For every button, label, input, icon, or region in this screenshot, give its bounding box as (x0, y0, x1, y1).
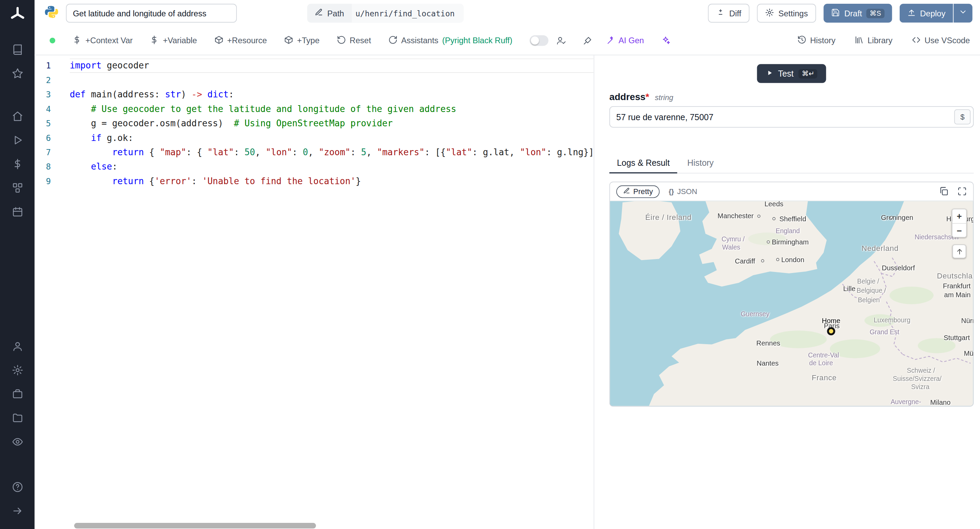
tab-logs-result[interactable]: Logs & Result (609, 154, 677, 173)
map-label: de Loire (809, 359, 833, 366)
city-dot (772, 217, 775, 220)
map-label: Belgie / (857, 277, 879, 285)
code-line[interactable]: import geocoder (70, 59, 594, 73)
assistants-button[interactable]: Assistants (Pyright Black Ruff) (388, 35, 512, 46)
zoom-in-button[interactable]: + (953, 209, 966, 223)
map-label: France (811, 373, 837, 382)
map-label: Sheffield (780, 215, 807, 222)
map-label: Leeds (765, 201, 783, 207)
add-context-var-button[interactable]: +Context Var (72, 35, 133, 46)
expand-result-icon[interactable] (958, 186, 967, 196)
copy-result-icon[interactable] (939, 186, 949, 196)
use-vscode-button[interactable]: Use VScode (911, 35, 970, 46)
code-line[interactable]: return { "map": { "lat": 50, "lon": 0, "… (70, 145, 594, 159)
play-icon (765, 69, 773, 78)
test-button[interactable]: Test ⌘↵ (757, 64, 827, 83)
result-tabs: Logs & Result History (609, 154, 974, 173)
pretty-toggle[interactable]: Pretty (616, 185, 660, 198)
map-label: Nederland (862, 244, 899, 253)
test-shortcut: ⌘↵ (799, 69, 818, 78)
deploy-button[interactable]: Deploy (899, 4, 953, 22)
runs-icon[interactable] (11, 134, 23, 146)
gear-icon (765, 8, 774, 18)
user-check-icon[interactable] (556, 36, 566, 45)
line-number: 7 (35, 145, 56, 159)
save-icon (831, 8, 840, 18)
settings-button[interactable]: Settings (757, 4, 816, 22)
path-control[interactable]: Path u/henri/find_location (307, 4, 463, 22)
users-icon[interactable] (11, 341, 23, 352)
zoom-out-button[interactable]: − (953, 223, 966, 237)
settings-gear-icon[interactable] (11, 365, 23, 376)
ai-gen-button[interactable]: AI Gen (605, 35, 644, 46)
app-root: Path u/henri/find_location Diff Settings… (0, 0, 980, 529)
code-line[interactable] (70, 73, 594, 87)
deploy-dropdown-button[interactable] (953, 4, 972, 22)
home-marker[interactable] (827, 327, 835, 335)
arg-type-label: string (655, 93, 673, 102)
line-number: 1 (35, 59, 56, 73)
diff-button[interactable]: Diff (708, 4, 749, 22)
code-line[interactable]: def main(address: str) -> dict: (70, 88, 594, 102)
line-number: 3 (35, 88, 56, 102)
collapse-sidebar-icon[interactable] (11, 505, 23, 516)
horizontal-scrollbar[interactable] (74, 523, 316, 529)
draft-button[interactable]: Draft ⌘S (824, 4, 891, 22)
map-label: Belgique / (856, 287, 886, 294)
map-label: Luxembourg (874, 316, 911, 324)
history-button[interactable]: History (797, 35, 835, 46)
map-label: Birmingham (772, 238, 808, 246)
sparkles-icon[interactable] (661, 36, 670, 45)
add-variable-button[interactable]: +Variable (150, 35, 197, 46)
code-line[interactable]: if g.ok: (70, 131, 594, 145)
arg-name-label: address* (609, 91, 649, 102)
folders-icon[interactable] (11, 412, 23, 424)
braces-icon: {} (669, 188, 674, 195)
audit-logs-icon[interactable] (11, 436, 23, 447)
help-icon[interactable] (11, 481, 23, 492)
json-toggle[interactable]: {} JSON (669, 187, 697, 196)
variables-icon[interactable] (11, 158, 23, 169)
map-labels: LeedsManchesterSheffieldEnglandBirmingha… (610, 201, 973, 406)
required-asterisk: * (646, 91, 649, 102)
map-label: England (775, 227, 800, 234)
script-title-input[interactable] (66, 4, 237, 22)
add-type-button[interactable]: +Type (284, 35, 320, 46)
package-icon (214, 35, 224, 46)
multiplayer-toggle[interactable] (530, 35, 548, 46)
line-number: 6 (35, 131, 56, 145)
address-input[interactable] (609, 106, 974, 127)
map-label: Svizra (911, 382, 930, 390)
code-line[interactable]: # Use geocoder to get the latitude and l… (70, 102, 594, 116)
map-label: Groningen (881, 214, 913, 221)
home-marker-label: Home (822, 317, 840, 324)
docs-icon[interactable] (11, 44, 23, 55)
history-icon (797, 35, 807, 46)
tab-history[interactable]: History (680, 154, 721, 172)
format-code-icon[interactable] (582, 36, 592, 45)
code-editor[interactable]: 123456789 import geocoderdef main(addres… (35, 55, 594, 529)
status-dot (50, 38, 56, 43)
workers-icon[interactable] (11, 389, 23, 400)
home-icon[interactable] (11, 111, 23, 122)
schedules-icon[interactable] (11, 206, 23, 218)
diff-icon (716, 8, 725, 18)
reset-button[interactable]: Reset (337, 35, 371, 46)
result-map[interactable]: LeedsManchesterSheffieldEnglandBirmingha… (610, 201, 973, 406)
vscode-icon (911, 35, 921, 46)
code-line[interactable]: return {'error': 'Unable to find the loc… (70, 174, 594, 188)
result-box: Pretty {} JSON (609, 182, 974, 407)
code-line[interactable]: else: (70, 160, 594, 174)
left-sidebar (0, 0, 35, 529)
code-lines[interactable]: import geocoderdef main(address: str) ->… (56, 59, 593, 529)
insert-variable-button[interactable]: $ (954, 109, 970, 124)
favorites-icon[interactable] (11, 68, 23, 79)
library-button[interactable]: Library (854, 35, 892, 46)
map-label: Grand Est (870, 328, 899, 336)
windmill-logo[interactable] (9, 6, 25, 25)
map-label: Deutschland (937, 272, 973, 280)
resources-icon[interactable] (11, 182, 23, 193)
code-line[interactable]: g = geocoder.osm(address) # Using OpenSt… (70, 116, 594, 131)
add-resource-button[interactable]: +Resource (214, 35, 267, 46)
fit-bounds-button[interactable] (953, 244, 966, 258)
